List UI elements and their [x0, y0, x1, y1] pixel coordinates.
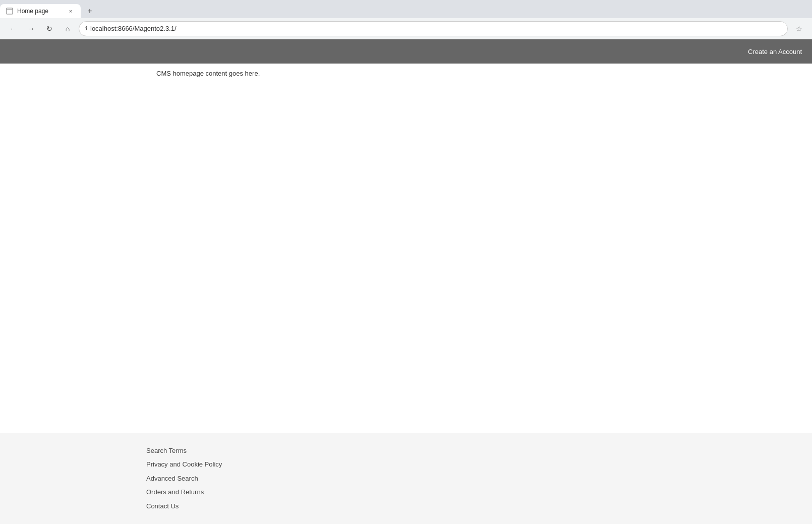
- footer-link[interactable]: Search Terms: [146, 445, 812, 456]
- browser-tabs: Home page × +: [0, 0, 812, 18]
- address-input[interactable]: [90, 25, 781, 32]
- home-button[interactable]: ⌂: [61, 22, 75, 36]
- forward-button[interactable]: →: [24, 22, 38, 36]
- site-header: Create an Account: [0, 39, 812, 64]
- footer-link[interactable]: Privacy and Cookie Policy: [146, 458, 812, 470]
- footer-link[interactable]: Advanced Search: [146, 473, 812, 484]
- create-account-link[interactable]: Create an Account: [748, 48, 802, 55]
- tab-title: Home page: [17, 8, 63, 15]
- back-button[interactable]: ←: [6, 22, 20, 36]
- browser-toolbar: ← → ↻ ⌂ ℹ ☆: [0, 18, 812, 39]
- main-content: CMS homepage content goes here.: [0, 64, 812, 433]
- footer-links: Search TermsPrivacy and Cookie PolicyAdv…: [146, 445, 812, 512]
- cms-content-text: CMS homepage content goes here.: [156, 70, 802, 77]
- browser-tab-active[interactable]: Home page ×: [0, 4, 81, 18]
- new-tab-button[interactable]: +: [83, 4, 97, 18]
- address-bar[interactable]: ℹ: [79, 21, 788, 36]
- site-footer: Search TermsPrivacy and Cookie PolicyAdv…: [0, 433, 812, 524]
- footer-link[interactable]: Contact Us: [146, 500, 812, 512]
- tab-close-button[interactable]: ×: [67, 7, 75, 15]
- svg-rect-0: [7, 8, 13, 14]
- address-info-icon: ℹ: [85, 25, 87, 32]
- browser-chrome: Home page × + ← → ↻ ⌂ ℹ ☆: [0, 0, 812, 39]
- bookmark-button[interactable]: ☆: [792, 22, 806, 36]
- footer-link[interactable]: Orders and Returns: [146, 486, 812, 498]
- reload-button[interactable]: ↻: [42, 22, 56, 36]
- tab-page-icon: [6, 8, 13, 15]
